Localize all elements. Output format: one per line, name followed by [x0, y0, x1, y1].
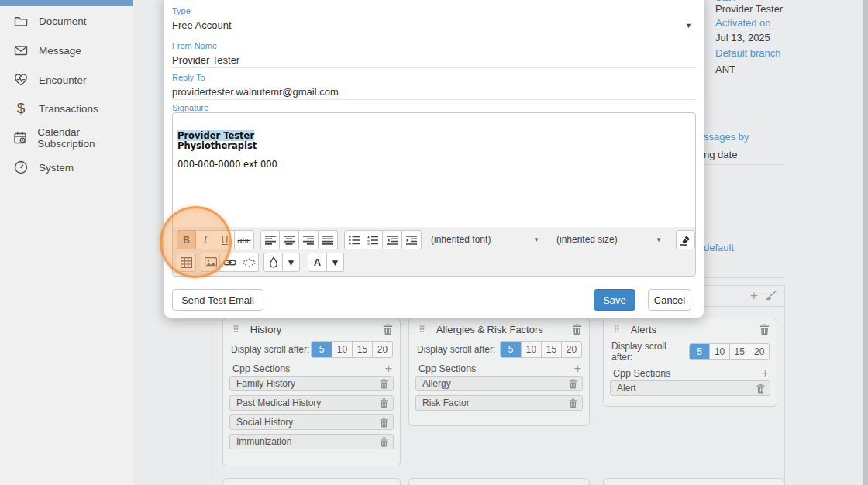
- cpp-section-item: Alert: [610, 380, 770, 396]
- sidebar-item-label: Document: [39, 15, 87, 27]
- from-name-field[interactable]: Provider Tester: [172, 54, 239, 66]
- add-panel-button[interactable]: +: [750, 288, 758, 304]
- add-section-button[interactable]: +: [762, 368, 769, 379]
- add-section-button[interactable]: +: [385, 363, 392, 374]
- cpp-section-item: Immunization: [229, 434, 394, 449]
- outdent-button[interactable]: [383, 230, 402, 249]
- scroll-option-5[interactable]: 5: [312, 342, 332, 357]
- save-button[interactable]: Save: [594, 289, 636, 311]
- font-color-dropdown[interactable]: ▼: [327, 253, 344, 272]
- insert-table-button[interactable]: [177, 253, 196, 272]
- italic-button[interactable]: I: [196, 230, 215, 249]
- partial-default-link[interactable]: default: [704, 242, 734, 253]
- trash-icon[interactable]: [380, 418, 388, 428]
- strikethrough-button[interactable]: abc: [235, 230, 254, 249]
- background-color-dropdown[interactable]: ▼: [283, 253, 300, 272]
- cpp-sections-label: Cpp Sections: [232, 363, 290, 374]
- section-label: Social History: [236, 417, 293, 428]
- bold-button[interactable]: B: [177, 230, 196, 249]
- cpp-section-item: Risk Factor: [415, 395, 583, 411]
- trash-icon[interactable]: [756, 384, 765, 394]
- type-label: Type: [172, 6, 191, 15]
- trash-icon[interactable]: [383, 324, 393, 335]
- underline-button[interactable]: U: [215, 230, 235, 249]
- chevron-down-icon[interactable]: ▼: [685, 22, 692, 29]
- drag-handle-icon[interactable]: ⠿: [418, 325, 425, 335]
- scroll-option-20[interactable]: 20: [749, 344, 769, 359]
- signature-text[interactable]: Provider Tester Physiotherapist 000-000-…: [173, 113, 695, 170]
- trash-icon[interactable]: [572, 324, 582, 335]
- panel-title: Alerts: [631, 324, 656, 335]
- display-scroll-after-label: Display scroll after:: [417, 344, 495, 355]
- scroll-option-5[interactable]: 5: [501, 342, 521, 357]
- font-family-dropdown[interactable]: (inherited font) ▼: [428, 230, 544, 249]
- signature-line: Physiotherapist: [177, 141, 695, 151]
- font-family-value: (inherited font): [431, 234, 491, 245]
- drag-handle-icon[interactable]: ⠿: [613, 325, 620, 335]
- cpp-section-item: Past Medical History: [229, 395, 394, 411]
- sidebar-selected-item-partial[interactable]: [0, 0, 133, 6]
- trash-icon[interactable]: [569, 398, 577, 408]
- trash-icon[interactable]: [760, 324, 770, 335]
- align-left-button[interactable]: [260, 230, 280, 249]
- scroll-option-15[interactable]: 15: [352, 342, 372, 357]
- sidebar-item-label: Message: [39, 45, 81, 57]
- font-color-button[interactable]: A: [308, 253, 327, 272]
- scroll-after-segmented-control: 5 10 15 20: [500, 341, 582, 358]
- background-color-button[interactable]: [264, 253, 283, 272]
- insert-link-button[interactable]: [220, 253, 239, 272]
- align-center-button[interactable]: [280, 230, 299, 249]
- trash-icon[interactable]: [380, 398, 388, 408]
- sidebar-item-encounter[interactable]: Encounter: [0, 65, 133, 95]
- paintbrush-icon[interactable]: [765, 291, 777, 304]
- scroll-option-10[interactable]: 10: [332, 342, 352, 357]
- drag-handle-icon[interactable]: ⠿: [232, 325, 239, 335]
- calendar-icon: [12, 129, 28, 146]
- send-test-email-button[interactable]: Send Test Email: [172, 289, 264, 311]
- sidebar-item-document[interactable]: Document: [0, 6, 133, 36]
- vertical-scrollbar[interactable]: [863, 0, 868, 485]
- font-size-dropdown[interactable]: (inherited size) ▼: [553, 230, 666, 249]
- add-section-button[interactable]: +: [574, 363, 581, 374]
- editor-toolbar: B I U abc: [173, 227, 695, 276]
- reply-to-field[interactable]: providertester.walnutemr@gmail.com: [172, 86, 339, 98]
- scroll-option-5[interactable]: 5: [690, 344, 710, 359]
- sidebar-item-label: Calendar Subscription: [37, 126, 133, 150]
- scroll-option-10[interactable]: 10: [521, 342, 541, 357]
- section-label: Immunization: [236, 436, 291, 447]
- cpp-section-item: Allergy: [415, 376, 583, 391]
- scroll-option-20[interactable]: 20: [561, 342, 581, 357]
- cpp-panel-alerts: ⠿ Alerts Display scroll after: 5 10 15 2…: [603, 318, 777, 407]
- align-justify-button[interactable]: [319, 230, 338, 249]
- envelope-icon: [12, 42, 29, 59]
- indent-button[interactable]: [402, 230, 422, 249]
- align-right-button[interactable]: [299, 230, 319, 249]
- sidebar-item-system[interactable]: System: [0, 153, 133, 182]
- scroll-option-15[interactable]: 15: [541, 342, 561, 357]
- scroll-option-15[interactable]: 15: [729, 344, 749, 359]
- sidebar-item-label: Encounter: [39, 74, 87, 86]
- signature-editor[interactable]: Provider Tester Physiotherapist 000-000-…: [172, 112, 696, 277]
- dollar-icon: $: [12, 100, 29, 117]
- cpp-panel-stub: [603, 478, 784, 485]
- sidebar-item-label: Transactions: [39, 103, 98, 115]
- cancel-button[interactable]: Cancel: [648, 289, 691, 311]
- cpp-panel-history: ⠿ History Display scroll after: 5 10 15 …: [222, 318, 401, 466]
- sidebar-item-calendar-subscription[interactable]: Calendar Subscription: [0, 123, 133, 153]
- trash-icon[interactable]: [380, 379, 388, 389]
- unlink-button[interactable]: [239, 253, 259, 272]
- clear-formatting-button[interactable]: [676, 230, 695, 249]
- scroll-option-20[interactable]: 20: [372, 342, 392, 357]
- insert-image-button[interactable]: [201, 253, 220, 272]
- sidebar-item-transactions[interactable]: $ Transactions: [0, 94, 133, 123]
- scroll-option-10[interactable]: 10: [709, 344, 729, 359]
- type-select-value[interactable]: Free Account: [172, 19, 232, 31]
- app-root: Staff Provider Tester Activated on Jul 1…: [0, 0, 868, 485]
- bullet-list-button[interactable]: [344, 230, 363, 249]
- trash-icon[interactable]: [380, 437, 388, 447]
- sidebar-item-message[interactable]: Message: [0, 36, 133, 65]
- numbered-list-button[interactable]: [363, 230, 383, 249]
- partial-date-value: ng date: [704, 149, 737, 160]
- trash-icon[interactable]: [569, 379, 577, 389]
- section-label: Family History: [236, 378, 295, 389]
